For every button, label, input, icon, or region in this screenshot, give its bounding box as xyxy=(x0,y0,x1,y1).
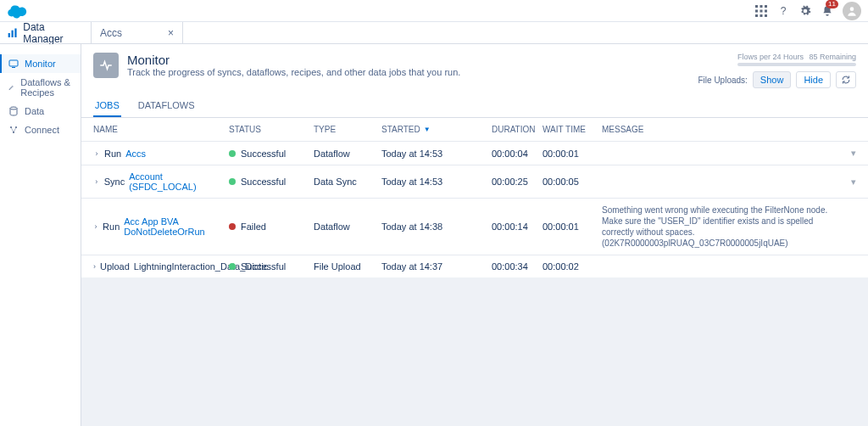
notification-badge: 11 xyxy=(826,0,838,8)
notifications-bell-icon[interactable]: 11 xyxy=(821,4,834,18)
table-row: ›Upload LightningInteraction_Data_Dictic… xyxy=(81,255,868,277)
svg-rect-8 xyxy=(765,14,767,17)
col-wait[interactable]: WAIT TIME xyxy=(542,125,602,134)
tabset: JOBS DATAFLOWS xyxy=(93,95,856,117)
table-row: ›Sync Account (SFDC_LOCAL)SuccessfulData… xyxy=(81,165,868,198)
status-dot-icon xyxy=(229,223,236,230)
expand-chevron-icon[interactable]: › xyxy=(93,149,100,158)
monitor-icon xyxy=(8,59,19,69)
duration-cell: 00:00:04 xyxy=(492,149,542,159)
col-duration[interactable]: DURATION xyxy=(492,125,542,134)
type-cell: Data Sync xyxy=(314,177,381,187)
expand-chevron-icon[interactable]: › xyxy=(93,262,96,271)
help-icon[interactable]: ? xyxy=(776,4,790,18)
user-avatar[interactable] xyxy=(843,2,861,20)
tab-jobs[interactable]: JOBS xyxy=(93,95,121,117)
connect-icon xyxy=(8,125,19,135)
file-uploads-show-button[interactable]: Show xyxy=(753,71,792,88)
col-status[interactable]: STATUS xyxy=(229,125,314,134)
file-uploads-label: File Uploads: xyxy=(698,76,747,85)
col-message[interactable]: MESSAGE xyxy=(602,125,839,134)
flows-remaining: 85 Remaining xyxy=(809,53,856,61)
table-row: ›Run AccsSuccessfulDataflowToday at 14:5… xyxy=(81,141,868,165)
job-action: Sync xyxy=(104,177,125,187)
app-name-cell[interactable]: Data Manager xyxy=(0,22,92,43)
wait-cell: 00:00:05 xyxy=(542,177,602,187)
expand-chevron-icon[interactable]: › xyxy=(93,177,100,186)
name-cell: ›Sync Account (SFDC_LOCAL) xyxy=(93,171,229,192)
svg-point-9 xyxy=(850,7,854,11)
sidebar-item-dataflows-recipes[interactable]: Dataflows & Recipes xyxy=(0,73,81,102)
svg-rect-1 xyxy=(760,5,763,8)
app-launcher-icon[interactable] xyxy=(754,4,768,18)
status-text: Successful xyxy=(241,177,286,187)
svg-rect-5 xyxy=(765,9,767,12)
started-cell: Today at 14:53 xyxy=(381,149,492,159)
context-bar: Data Manager Accs × xyxy=(0,22,868,44)
type-cell: File Upload xyxy=(314,261,381,272)
col-type[interactable]: TYPE xyxy=(314,125,381,134)
setup-gear-icon[interactable] xyxy=(798,4,812,18)
status-text: Failed xyxy=(241,221,266,232)
job-name[interactable]: Account (SFDC_LOCAL) xyxy=(129,171,229,192)
svg-rect-10 xyxy=(8,33,10,37)
svg-rect-4 xyxy=(760,9,763,12)
name-cell: ›Run Acc App BVA DoNotDeleteOrRun xyxy=(93,216,229,237)
duration-cell: 00:00:25 xyxy=(492,177,542,187)
job-action: Run xyxy=(104,149,121,159)
svg-rect-11 xyxy=(12,30,14,36)
close-tab-icon[interactable]: × xyxy=(168,27,174,39)
tab-dataflows[interactable]: DATAFLOWS xyxy=(136,95,197,117)
workspace-tab[interactable]: Accs × xyxy=(92,22,183,43)
page-title: Monitor xyxy=(127,53,460,67)
wait-cell: 00:00:01 xyxy=(542,221,602,232)
status-dot-icon xyxy=(229,263,236,270)
sidebar-item-label: Connect xyxy=(25,125,59,135)
svg-rect-0 xyxy=(755,5,758,8)
svg-point-15 xyxy=(10,107,17,109)
sort-desc-icon: ▼ xyxy=(424,126,431,133)
pencil-icon xyxy=(8,82,14,92)
left-sidebar: Monitor Dataflows & Recipes Data Connect xyxy=(0,44,81,426)
started-cell: Today at 14:53 xyxy=(381,177,492,187)
svg-rect-13 xyxy=(9,60,18,66)
type-cell: Dataflow xyxy=(314,149,381,159)
status-cell: Failed xyxy=(229,221,314,232)
monitor-page-icon xyxy=(93,53,119,78)
expand-chevron-icon[interactable]: › xyxy=(93,222,98,231)
status-cell: Successful xyxy=(229,149,314,159)
col-started[interactable]: STARTED ▼ xyxy=(381,125,492,134)
name-cell: ›Run Accs xyxy=(93,149,229,159)
status-dot-icon xyxy=(229,178,236,185)
job-action: Upload xyxy=(100,261,130,272)
sidebar-item-label: Data xyxy=(25,106,44,116)
flows-meter: Flows per 24 Hours 85 Remaining xyxy=(737,53,856,66)
refresh-button[interactable] xyxy=(836,71,856,88)
job-name[interactable]: Accs xyxy=(125,149,146,159)
started-cell: Today at 14:37 xyxy=(381,261,492,272)
brand-logo[interactable] xyxy=(7,3,29,19)
row-menu-button[interactable]: ▾ xyxy=(839,177,856,188)
svg-rect-12 xyxy=(14,28,16,36)
status-cell: Successful xyxy=(229,177,314,187)
row-menu-button[interactable]: ▾ xyxy=(839,148,856,159)
status-dot-icon xyxy=(229,150,236,157)
started-cell: Today at 14:38 xyxy=(381,221,492,232)
sidebar-item-label: Monitor xyxy=(25,59,56,69)
flows-label: Flows per 24 Hours xyxy=(737,53,804,61)
global-header: ? 11 xyxy=(0,0,868,22)
job-name[interactable]: Acc App BVA DoNotDeleteOrRun xyxy=(124,216,229,237)
svg-rect-7 xyxy=(760,14,763,17)
table-header-row: NAME STATUS TYPE STARTED ▼ DURATION WAIT… xyxy=(81,118,868,141)
file-uploads-hide-button[interactable]: Hide xyxy=(796,71,831,88)
sidebar-item-connect[interactable]: Connect xyxy=(0,121,81,139)
sidebar-item-label: Dataflows & Recipes xyxy=(20,77,72,98)
svg-rect-6 xyxy=(755,14,758,17)
name-cell: ›Upload LightningInteraction_Data_Dictic xyxy=(93,261,229,272)
database-icon xyxy=(8,106,19,116)
duration-cell: 00:00:34 xyxy=(492,261,542,272)
sidebar-item-monitor[interactable]: Monitor xyxy=(0,54,81,73)
duration-cell: 00:00:14 xyxy=(492,221,542,232)
col-name[interactable]: NAME xyxy=(93,125,229,134)
sidebar-item-data[interactable]: Data xyxy=(0,102,81,121)
